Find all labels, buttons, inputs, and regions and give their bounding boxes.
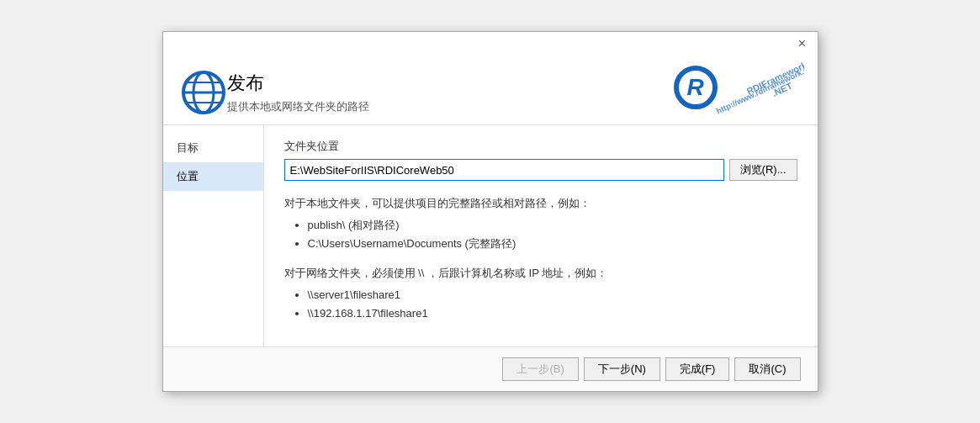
path-input[interactable]	[284, 159, 724, 181]
help-block1-intro: 对于本地文件夹，可以提供项目的完整路径或相对路径，例如：	[284, 194, 797, 213]
help-block1-item-0: publish\ (相对路径)	[308, 216, 797, 235]
prev-button[interactable]: 上一步(B)	[502, 357, 578, 381]
next-button[interactable]: 下一步(N)	[584, 357, 660, 381]
help-text: 对于本地文件夹，可以提供项目的完整路径或相对路径，例如： publish\ (相…	[284, 194, 797, 323]
watermark-text1: RDIFramework.NET	[744, 59, 803, 110]
dialog-subtitle: 提供本地或网络文件夹的路径	[227, 99, 369, 114]
watermark-text2: http://www.rdiframework.net	[714, 62, 803, 116]
dialog-title: 发布	[227, 71, 369, 96]
finish-button[interactable]: 完成(F)	[665, 357, 730, 381]
sidebar: 目标 位置	[163, 125, 264, 346]
help-block2-item-1: \\192.168.1.17\fileshare1	[308, 304, 797, 323]
header-section: 发布 提供本地或网络文件夹的路径 R RDIFramework.NET http…	[163, 56, 818, 125]
help-block1-item-1: C:\Users\Username\Documents (完整路径)	[308, 235, 797, 253]
footer: 上一步(B) 下一步(N) 完成(F) 取消(C)	[163, 346, 818, 391]
watermark-circle: R	[674, 66, 718, 109]
cancel-button[interactable]: 取消(C)	[734, 357, 800, 381]
field-label: 文件夹位置	[284, 139, 797, 154]
browse-button[interactable]: 浏览(R)...	[729, 159, 797, 181]
help-block2-list: \\server1\fileshare1 \\192.168.1.17\file…	[308, 286, 797, 323]
watermark-r-letter: R	[686, 74, 703, 101]
header-text: 发布 提供本地或网络文件夹的路径	[227, 71, 369, 114]
help-block2-intro: 对于网络文件夹，必须使用 \\ ，后跟计算机名称或 IP 地址，例如：	[284, 264, 797, 283]
publish-dialog: × 发布 提供本地或网络文件夹的路径 R RDIFramework.N	[162, 31, 818, 392]
title-bar: ×	[163, 32, 818, 56]
help-block2-item-0: \\server1\fileshare1	[308, 286, 797, 304]
content-section: 目标 位置 文件夹位置 浏览(R)... 对于本地文件夹，可以提供项目的完整路径…	[163, 125, 818, 346]
close-button[interactable]: ×	[794, 35, 811, 52]
input-row: 浏览(R)...	[284, 159, 797, 181]
help-block1-list: publish\ (相对路径) C:\Users\Username\Docume…	[308, 216, 797, 253]
sidebar-item-location[interactable]: 位置	[163, 162, 263, 191]
main-content: 文件夹位置 浏览(R)... 对于本地文件夹，可以提供项目的完整路径或相对路径，…	[264, 125, 818, 346]
globe-icon	[180, 69, 227, 116]
dialog-body: 发布 提供本地或网络文件夹的路径 R RDIFramework.NET http…	[163, 56, 818, 391]
sidebar-item-target[interactable]: 目标	[163, 134, 263, 162]
